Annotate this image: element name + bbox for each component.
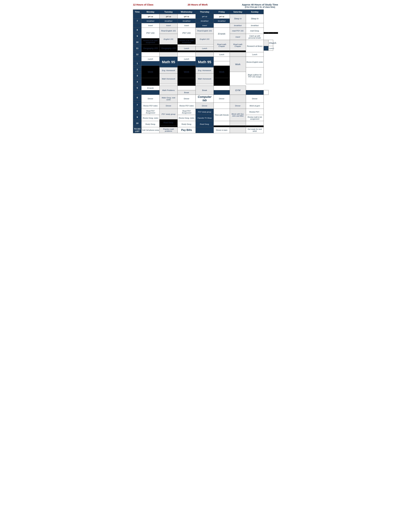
fri-getup: get up <box>214 14 230 19</box>
thu-favtv: Favorite TV Show <box>196 115 214 121</box>
time-7pm: 7 <box>133 103 141 107</box>
sep-time <box>133 113 141 115</box>
mon-readpsy: Read PSY Assignment <box>141 109 159 115</box>
sun-church: Church <box>268 40 273 46</box>
sat-work: Work <box>230 57 246 72</box>
sun-sleepin: Sleep in <box>246 14 264 23</box>
table-row: 10 Study Geog. Study Geog. Read Geog. <box>133 121 278 126</box>
fri-researchlib: Research at library <box>246 40 264 52</box>
tue-makegeog: Make Geog. note cards <box>159 95 177 103</box>
fri-lunch12: Lunch <box>214 52 230 57</box>
header-subtitle-3: (3 to 4 hrs per 1 hr. of class time) <box>242 6 278 8</box>
thu-todo: Go to Bank <box>196 127 214 133</box>
wed-readpsy: Read PSY Assignment <box>177 109 196 115</box>
sun-dinner6: Dinner <box>246 95 264 103</box>
schedule-table: Time Monday Tuesday Wednesday Thursday F… <box>133 10 278 133</box>
sat-moviewith: Movie with Sue, John and Mike <box>230 109 246 121</box>
fri-dinner6: Dinner <box>214 95 230 103</box>
sep-time <box>133 126 141 127</box>
sun-lunch12: Lunch <box>246 52 264 57</box>
mon-studygeog: Study Geog. <box>141 121 159 127</box>
sat-gym: GYM <box>230 86 246 95</box>
table-row: 6 Dinner Make Geog. note cards Dinner Co… <box>133 95 278 101</box>
col-thursday: Thursday <box>196 10 214 14</box>
time-9: 9 <box>133 34 141 38</box>
wed-blank5 <box>177 86 196 90</box>
mon-revisepsy: Revise PSY notes <box>141 103 159 109</box>
header-col1: 12 Hours of Class <box>133 3 153 6</box>
mon-travel: travel <box>141 23 159 28</box>
sun-reviewpsy: Review PSY . <box>246 109 264 115</box>
wed-black-b <box>214 90 230 95</box>
tue-readgeog: Read Geog. <box>159 119 177 126</box>
sat-blank10 <box>230 121 246 126</box>
fri-todo: Dinner in town <box>214 127 230 133</box>
mon-lunch-it: Lunch <box>141 57 159 61</box>
mon-breakfast: breakfast <box>141 19 159 23</box>
sep-time <box>133 66 141 67</box>
time-5: 5 <box>133 86 141 90</box>
fri-blank1 <box>214 61 230 66</box>
thu-breakfast: breakfast <box>196 19 214 23</box>
tue-english101: English 101 <box>159 34 177 45</box>
table-row: Lunch Math 95 Lunch Math 95 Work Revise … <box>133 57 278 61</box>
thu-blank12 <box>196 52 214 57</box>
sat-blank6 <box>230 95 246 103</box>
table-row: 7 Revise PSY notes Dinner Revise PSY not… <box>133 103 278 107</box>
time-blank2 <box>133 57 141 61</box>
tue-readenglish: Read English 101 <box>159 28 177 34</box>
fri-breakfast: breakfast <box>214 19 230 23</box>
mon-black-b <box>141 90 159 95</box>
wed-geog103-a: Geography 103 <box>159 45 177 52</box>
tue-dinner7: Dinner <box>159 103 177 109</box>
sep-time <box>133 45 141 46</box>
sun-breakfast: breakfast <box>246 23 264 28</box>
table-row: 9 Revise Geog. notes Revise Geog. notes … <box>133 115 278 119</box>
sun-blank-b <box>264 90 269 95</box>
thu-travel: travel <box>196 23 214 28</box>
sat-blackbar11 <box>264 46 269 51</box>
sat-breakfast: breakfast <box>230 23 246 28</box>
wed-blank12 <box>177 52 196 57</box>
sun-workgym: Work at gym <box>246 103 264 109</box>
tue-blank12 <box>159 52 177 57</box>
page-header: 12 Hours of Class 20 Hours of Work Appro… <box>133 3 278 8</box>
sep-time <box>133 84 141 86</box>
sat-travel: travel <box>230 34 246 40</box>
table-row: 5 Errands Math Problems Break GYM <box>133 86 278 90</box>
wed-psy101: PSY 101 <box>177 28 196 38</box>
wed-getup: get up <box>177 14 196 19</box>
sep-time <box>133 38 141 40</box>
fri-work: Work <box>214 66 230 78</box>
thu-english101: English 101 <box>196 34 214 45</box>
thu-readmath: Read math Chapter <box>230 40 246 51</box>
sep-time <box>133 32 141 34</box>
time-10pm: 10 <box>133 121 141 126</box>
header-col2: 20 Hours of Work <box>188 3 208 6</box>
col-sunday: Sunday <box>246 10 264 14</box>
sep-time <box>133 72 141 74</box>
thu-readenglish: Read English 101 <box>196 28 214 34</box>
col-time: Time <box>133 10 141 14</box>
todo-row: TO DO LIST Call Cell phone comp Practice… <box>133 127 278 133</box>
wed-work: Work <box>177 66 196 78</box>
fri-timewith: Time with friends <box>214 109 230 121</box>
sun-todo: Get ready for next week <box>246 127 264 133</box>
mon-dinner6: Dinner <box>141 95 159 103</box>
header-title-2: 20 Hours of Work <box>188 3 208 6</box>
table-row: 8 PSY 101 Read English 101 PSY 101 Read … <box>133 28 278 32</box>
sun-blank10 <box>246 121 264 126</box>
tue-breakfast: breakfast <box>159 19 177 23</box>
tue-readmath: Read math Chapter <box>214 40 230 51</box>
sat-readpsy: read PSY 101 <box>230 28 246 34</box>
time-3: 3 <box>133 74 141 78</box>
thu-math95: Math 95 <box>196 57 214 67</box>
thu-dinner7: Dinner <box>196 103 214 109</box>
time-9pm: 9 <box>133 115 141 119</box>
col-monday: Monday <box>141 10 159 14</box>
mon-revisegeog: Revise Geog. notes <box>141 115 159 121</box>
tue-lunch11: Lunch <box>177 46 196 51</box>
wed-studygeog: Study Geog. <box>177 121 196 127</box>
sat-sleepin: Sleep in <box>230 14 246 23</box>
fri-errands: Errands <box>214 28 230 40</box>
